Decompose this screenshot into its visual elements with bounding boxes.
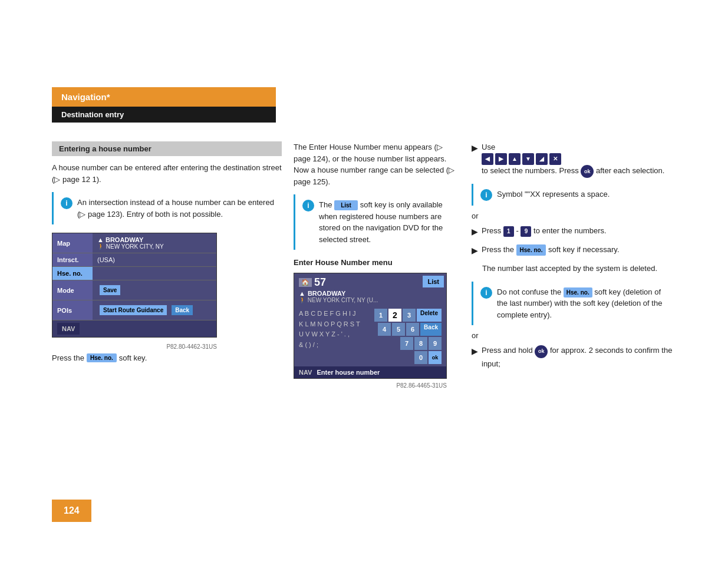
left-column: Entering a house number A house number c…: [52, 141, 282, 362]
back-button-keyboard[interactable]: Back: [420, 323, 442, 336]
house-menu-box: 🏠 57 ▲ BROADWAY 🚶 NEW YORK CITY, NY (U..…: [294, 273, 447, 379]
keyboard-area: A B C D E F G H I J K L M N O P Q R S T …: [294, 306, 446, 366]
key-5[interactable]: 5: [392, 323, 405, 336]
back-button-nav[interactable]: Back: [172, 305, 193, 315]
key-9[interactable]: 9: [429, 337, 442, 350]
mid-column: The Enter House Number menu appears (▷ p…: [294, 141, 459, 394]
bullet-4-content: Press and hold ok for approx. 2 seconds …: [482, 345, 678, 369]
mid-body-text: The Enter House Number menu appears (▷ p…: [294, 141, 459, 187]
list-button[interactable]: List: [423, 276, 444, 287]
mid-info-prefix: The: [319, 200, 332, 209]
key-4[interactable]: 4: [378, 323, 391, 336]
bullet-arrow-4: ▶: [472, 345, 478, 358]
nav-row-hse: Hse. no.: [52, 267, 216, 280]
bullet2-prefix: Press: [482, 226, 501, 235]
key-6[interactable]: 6: [406, 323, 419, 336]
key-1[interactable]: 1: [374, 309, 387, 322]
info2-soft-key: Hse. no.: [564, 287, 592, 297]
nav-label-map: Map: [52, 233, 93, 253]
hse-soft-key-right: Hse. no.: [516, 244, 546, 256]
bullet1-suffix: to select the numbers. Press: [482, 166, 579, 175]
nav-row-mode: Mode Save: [52, 280, 216, 300]
nav-menu-screenshot: Map ▲ BROADWAY 🚶 NEW YORK CITY, NY Intrs…: [52, 233, 217, 338]
bullet3-prefix: Press the: [482, 245, 514, 254]
mid-info-box: i The List soft key is only available wh…: [294, 194, 459, 250]
sub-text: The number last accepted by the system i…: [482, 263, 678, 275]
kb-row1: A B C D E F G H I J: [299, 309, 374, 319]
left-body-text: A house number can be entered after ente…: [52, 162, 282, 185]
dest-entry: Destination entry: [52, 107, 276, 123]
delete-button[interactable]: Delete: [417, 309, 442, 322]
right-column: ▶ Use ◀ ▶ ▲ ▼ ◢ ✕ to select the numbers.…: [472, 141, 678, 376]
nav-content-pois: Start Route Guidance Back: [93, 300, 216, 320]
bullet-2-content: Press 1 - 9 to enter the numbers.: [482, 225, 607, 237]
press-text: Press the: [52, 353, 84, 362]
ok-button-keyboard[interactable]: ok: [429, 351, 442, 364]
nav-label-mode: Mode: [52, 280, 93, 300]
left-info-text: An intersection instead of a house numbe…: [77, 197, 275, 220]
keyboard-left: A B C D E F G H I J K L M N O P Q R S T …: [299, 309, 374, 364]
nav-content-hse: [93, 267, 216, 280]
bullet1-end: after each selection.: [596, 166, 664, 175]
num-key-9: 9: [521, 226, 531, 237]
bullet-item-4: ▶ Press and hold ok for approx. 2 second…: [472, 345, 678, 369]
nav-icons-row: ◀ ▶ ▲ ▼ ◢ ✕: [482, 153, 664, 165]
start-route-button[interactable]: Start Route Guidance: [100, 305, 167, 315]
house-nav-bar: NAV Enter house number: [294, 366, 446, 378]
nav-icon-x: ✕: [549, 153, 561, 165]
house-street: ▲ BROADWAY: [299, 290, 416, 297]
num-key-1: 1: [503, 226, 514, 237]
nav-icon-right: ▶: [495, 153, 507, 165]
nav-icon-down: ▼: [522, 153, 534, 165]
hse-soft-key: Hse. no.: [87, 353, 117, 362]
press-line-left: Press the Hse. no. soft key.: [52, 353, 282, 362]
house-nav-content: Enter house number: [317, 369, 380, 376]
section-header: Entering a house number: [52, 141, 282, 156]
bullet-3-content: Press the Hse. no. soft key if necessary…: [482, 244, 620, 256]
nav-row-nav: NAV: [52, 320, 216, 337]
nav-label-intrsct: Intrsct.: [52, 253, 93, 266]
bullet4-text: Press and hold: [482, 346, 533, 355]
house-number-row: 🏠 57: [299, 276, 416, 289]
num-dash: -: [516, 226, 521, 235]
key-2[interactable]: 2: [388, 309, 401, 322]
bullet-1-content: Use ◀ ▶ ▲ ▼ ◢ ✕ to select the numbers. P…: [482, 141, 664, 178]
kb-row3: U V W X Y Z - ' . ,: [299, 329, 374, 340]
save-button[interactable]: Save: [100, 285, 120, 295]
kb-row2: K L M N O P Q R S T: [299, 319, 374, 330]
keyboard-right: 1 2 3 Delete 4 5 6 Back 7 8 9 0: [374, 309, 442, 364]
key-3[interactable]: 3: [403, 309, 416, 322]
info-icon-mid: i: [302, 200, 314, 211]
key-row-2: 4 5 6 Back: [374, 323, 442, 336]
right-info-box-2: i Do not confuse the Hse. no. soft key (…: [472, 282, 678, 326]
nav-icon-left: ◀: [482, 153, 493, 165]
key-0[interactable]: 0: [414, 351, 427, 364]
right-info2-text: Do not confuse the Hse. no. soft key (de…: [497, 286, 671, 321]
nav-icon-up: ▲: [509, 153, 521, 165]
nav-row-intrsct: Intrsct. (USA): [52, 253, 216, 267]
nav-city: 🚶 NEW YORK CITY, NY: [97, 243, 164, 250]
nav-label-dark: NAV: [57, 323, 80, 335]
info-icon-right2: i: [480, 287, 492, 299]
info2-prefix: Do not confuse the: [497, 287, 561, 296]
key-row-4: 0 ok: [374, 351, 442, 364]
bullet-arrow-3: ▶: [472, 244, 478, 257]
street-icon: ▲: [299, 290, 305, 297]
bullet-item-2: ▶ Press 1 - 9 to enter the numbers.: [472, 225, 678, 238]
bullet-item-3: ▶ Press the Hse. no. soft key if necessa…: [472, 244, 678, 257]
key-7[interactable]: 7: [400, 337, 413, 350]
nav-title: Navigation*: [52, 87, 276, 107]
house-city: 🚶 NEW YORK CITY, NY (U...: [299, 297, 416, 303]
kb-row4: & ( ) / ;: [299, 340, 374, 351]
or-line-2: or: [472, 331, 678, 340]
or-line-1: or: [472, 211, 678, 220]
key-row-1: 1 2 3 Delete: [374, 309, 442, 322]
bullet-item-1: ▶ Use ◀ ▶ ▲ ▼ ◢ ✕ to select the numbers.…: [472, 141, 678, 178]
nav-icon-diag: ◢: [536, 153, 548, 165]
soft-key-suffix: soft key.: [119, 353, 147, 362]
nav-content-mode: Save: [93, 280, 216, 300]
key-8[interactable]: 8: [414, 337, 427, 350]
ok-button-right: ok: [581, 165, 594, 178]
bullet2-suffix: to enter the numbers.: [533, 226, 607, 235]
ok-button-hold: ok: [535, 345, 548, 358]
